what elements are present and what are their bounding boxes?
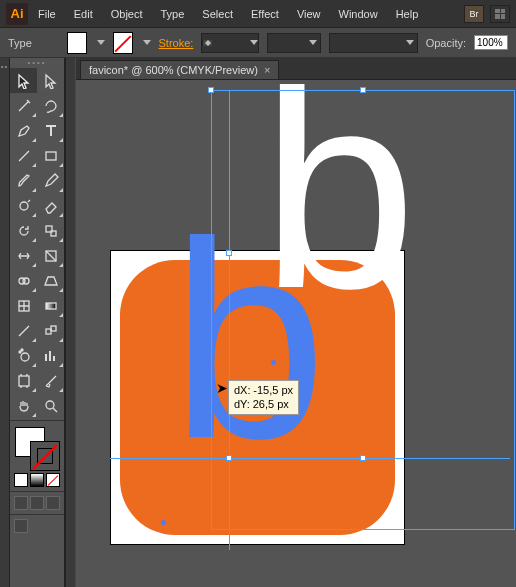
toolbox: •••• xyxy=(10,58,65,587)
symbol-sprayer-tool[interactable] xyxy=(10,343,37,368)
chevron-down-icon xyxy=(143,40,151,45)
opacity-input[interactable] xyxy=(474,35,508,50)
stroke-label[interactable]: Stroke: xyxy=(159,37,194,49)
svg-point-13 xyxy=(21,349,23,351)
pencil-tool[interactable] xyxy=(37,168,64,193)
stroke-weight-input[interactable] xyxy=(201,33,259,53)
panel-dock-divider[interactable] xyxy=(65,58,75,587)
selection-handle[interactable] xyxy=(360,87,366,93)
selection-bounding-box xyxy=(211,90,515,530)
rotate-tool[interactable] xyxy=(10,218,37,243)
type-tool[interactable] xyxy=(37,118,64,143)
width-tool[interactable] xyxy=(10,243,37,268)
smart-guide-vertical xyxy=(229,90,230,550)
stroke-swatch[interactable] xyxy=(113,32,133,54)
menu-object[interactable]: Object xyxy=(103,5,151,23)
perspective-tool[interactable] xyxy=(37,268,64,293)
move-cursor-icon: ➤ xyxy=(216,380,228,396)
canvas[interactable]: b b ➤ dX: -15,5 px dY: 26,5 px xyxy=(76,80,516,587)
stroke-weight-field[interactable] xyxy=(212,37,248,49)
blob-brush-tool[interactable] xyxy=(10,193,37,218)
menu-help[interactable]: Help xyxy=(388,5,427,23)
svg-point-15 xyxy=(46,401,54,409)
arrange-documents-button[interactable] xyxy=(490,5,510,23)
smart-guide-horizontal xyxy=(110,458,510,459)
rectangle-tool[interactable] xyxy=(37,143,64,168)
artboard-tool[interactable] xyxy=(10,368,37,393)
pen-tool[interactable] xyxy=(10,118,37,143)
blend-tool[interactable] xyxy=(37,318,64,343)
panel-dock-left[interactable]: •• xyxy=(0,58,10,587)
selection-handle[interactable] xyxy=(360,455,366,461)
none-mode-button[interactable] xyxy=(46,473,60,487)
color-mode-button[interactable] xyxy=(14,473,28,487)
svg-point-1 xyxy=(20,202,28,210)
slice-tool[interactable] xyxy=(37,368,64,393)
svg-point-12 xyxy=(19,351,21,353)
draw-normal-button[interactable] xyxy=(14,496,28,510)
document-tab-strip: favicon* @ 600% (CMYK/Preview) × xyxy=(76,58,516,80)
chevron-down-icon xyxy=(309,40,317,45)
menu-type[interactable]: Type xyxy=(153,5,193,23)
line-tool[interactable] xyxy=(10,143,37,168)
bridge-button[interactable]: Br xyxy=(464,5,484,23)
svg-rect-14 xyxy=(19,376,29,386)
svg-rect-8 xyxy=(46,303,56,309)
shape-builder-tool[interactable] xyxy=(10,268,37,293)
scale-tool[interactable] xyxy=(37,218,64,243)
toolbox-grip[interactable]: •••• xyxy=(10,58,64,68)
menu-bar: Ai File Edit Object Type Select Effect V… xyxy=(0,0,516,28)
app-logo-icon: Ai xyxy=(6,3,28,25)
svg-rect-9 xyxy=(46,329,51,334)
measurement-tooltip: dX: -15,5 px dY: 26,5 px xyxy=(228,380,299,415)
svg-point-6 xyxy=(23,278,29,284)
magic-wand-tool[interactable] xyxy=(10,93,37,118)
graph-tool[interactable] xyxy=(37,343,64,368)
selection-handle[interactable] xyxy=(226,250,232,256)
hand-tool[interactable] xyxy=(10,393,37,418)
document-tab[interactable]: favicon* @ 600% (CMYK/Preview) × xyxy=(80,60,279,79)
selection-tool[interactable] xyxy=(10,68,37,93)
menu-edit[interactable]: Edit xyxy=(66,5,101,23)
menu-window[interactable]: Window xyxy=(331,5,386,23)
eraser-tool[interactable] xyxy=(37,193,64,218)
workspace: favicon* @ 600% (CMYK/Preview) × b b ➤ d… xyxy=(76,58,516,587)
opacity-label: Opacity: xyxy=(426,37,466,49)
anchor-point xyxy=(161,520,166,525)
eyedropper-tool[interactable] xyxy=(10,318,37,343)
menu-file[interactable]: File xyxy=(30,5,64,23)
svg-rect-0 xyxy=(46,152,56,160)
document-tab-title: favicon* @ 600% (CMYK/Preview) xyxy=(89,64,258,76)
selection-handle[interactable] xyxy=(208,87,214,93)
svg-point-11 xyxy=(21,353,29,361)
chevron-down-icon xyxy=(97,40,105,45)
stroke-color-swatch[interactable] xyxy=(30,441,60,471)
context-label: Type xyxy=(8,37,32,49)
chevron-down-icon xyxy=(406,40,414,45)
draw-inside-button[interactable] xyxy=(46,496,60,510)
svg-rect-10 xyxy=(51,326,56,331)
menu-effect[interactable]: Effect xyxy=(243,5,287,23)
brush-definition-dropdown[interactable] xyxy=(329,33,418,53)
menu-view[interactable]: View xyxy=(289,5,329,23)
gradient-tool[interactable] xyxy=(37,293,64,318)
screen-mode-button[interactable] xyxy=(14,519,28,533)
gradient-mode-button[interactable] xyxy=(30,473,44,487)
menu-select[interactable]: Select xyxy=(194,5,241,23)
close-icon[interactable]: × xyxy=(264,64,270,76)
control-bar: Type Stroke: Opacity: xyxy=(0,28,516,58)
zoom-tool[interactable] xyxy=(37,393,64,418)
fill-swatch[interactable] xyxy=(67,32,87,54)
lasso-tool[interactable] xyxy=(37,93,64,118)
selection-handle[interactable] xyxy=(226,455,232,461)
left-rails: •• •••• xyxy=(0,58,75,587)
brush-tool[interactable] xyxy=(10,168,37,193)
variable-width-profile-dropdown[interactable] xyxy=(267,33,321,53)
fill-stroke-swatches[interactable] xyxy=(10,425,64,471)
mesh-tool[interactable] xyxy=(10,293,37,318)
free-transform-tool[interactable] xyxy=(37,243,64,268)
direct-selection-tool[interactable] xyxy=(37,68,64,93)
chevron-down-icon xyxy=(250,40,258,45)
draw-behind-button[interactable] xyxy=(30,496,44,510)
anchor-point xyxy=(271,360,276,365)
